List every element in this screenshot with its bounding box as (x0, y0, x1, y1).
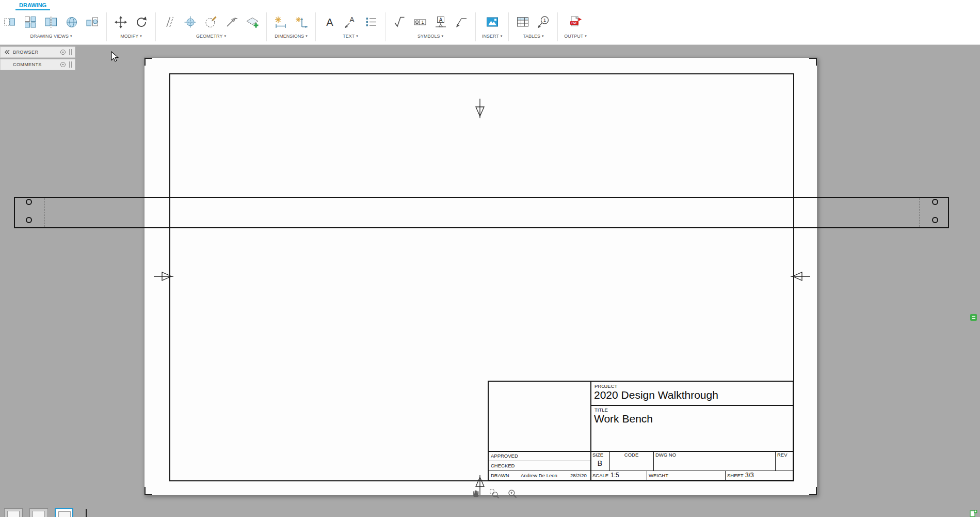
group-geometry: GEOMETRY▾ (156, 12, 267, 41)
left-center-mark-icon (154, 270, 174, 283)
move-icon[interactable] (113, 13, 128, 31)
center-mark-icon[interactable] (183, 13, 198, 31)
group-tables: 1 TABLES▾ (509, 12, 558, 41)
output-pdf-icon[interactable]: PDF (568, 13, 583, 31)
svg-text:A: A (349, 15, 355, 24)
group-text: A A TEXT▾ (316, 12, 385, 41)
edge-extension-icon[interactable] (224, 13, 239, 31)
chevron-down-icon: ▾ (224, 34, 226, 38)
browser-panel-header[interactable]: BROWSER (0, 46, 75, 58)
symbols-label: SYMBOLS (417, 34, 440, 39)
part-drawing-view[interactable] (14, 197, 949, 228)
sheet-label: SHEET (727, 473, 744, 478)
tables-dropdown[interactable]: TABLES▾ (523, 34, 543, 39)
chevron-down-icon: ▾ (140, 34, 142, 38)
sheet-corner-mark (144, 58, 152, 66)
geometry-label: GEOMETRY (196, 34, 222, 39)
base-view-icon[interactable] (2, 13, 18, 31)
ribbon-toolbar: DRAWING VIEWS▾ MODIFY▾ GEOMETRY▾ (0, 10, 980, 44)
part-hole[interactable] (26, 199, 32, 205)
title-block-line (775, 452, 776, 471)
geometry-dropdown[interactable]: GEOMETRY▾ (196, 34, 226, 39)
panel-dock-icon[interactable] (60, 49, 66, 55)
panel-grip-handle[interactable] (69, 61, 72, 68)
dwg-no-label: DWG NO (655, 452, 676, 458)
code-label: CODE (609, 452, 653, 458)
symbols-dropdown[interactable]: SYMBOLS▾ (417, 34, 443, 39)
note-list-icon[interactable] (363, 13, 379, 31)
section-view-icon[interactable] (43, 13, 59, 31)
scale-value: 1:5 (611, 472, 619, 479)
sheet-tab-3-active[interactable] (55, 508, 73, 517)
browser-panel-label: BROWSER (13, 50, 57, 55)
sheet-tab-2[interactable] (29, 508, 48, 517)
projected-view-icon[interactable] (23, 13, 38, 31)
comments-panel-header[interactable]: COMMENTS (0, 59, 75, 70)
dimension-icon[interactable] (273, 13, 288, 31)
chevron-down-icon: ▾ (306, 34, 308, 38)
centerline-icon[interactable] (162, 13, 178, 31)
checked-label: CHECKED (491, 463, 515, 468)
leader-text-icon[interactable]: A (343, 13, 358, 31)
scale-label: SCALE (592, 473, 608, 478)
text-icon[interactable]: A (322, 13, 338, 31)
title-block-line (489, 461, 590, 461)
tab-drawing[interactable]: DRAWING (15, 0, 50, 11)
title-block-line (590, 471, 793, 471)
top-center-mark-icon (474, 99, 486, 119)
svg-text:A: A (326, 17, 333, 28)
drawing-canvas[interactable]: BROWSER COMMENTS (0, 45, 980, 517)
detail-view-icon[interactable] (85, 13, 100, 31)
title-label: TITLE (595, 407, 608, 413)
svg-text:1: 1 (421, 20, 424, 25)
svg-text:PDF: PDF (572, 21, 578, 24)
insert-image-icon[interactable] (485, 13, 500, 31)
right-center-mark-icon (790, 270, 810, 283)
start-sketch-icon[interactable] (245, 13, 260, 31)
bottom-center-mark-icon (474, 474, 486, 495)
rotate-icon[interactable] (134, 13, 149, 31)
balloon-icon[interactable]: 1 (536, 13, 551, 31)
panel-dock-icon[interactable] (60, 61, 66, 68)
part-hole[interactable] (932, 199, 938, 205)
title-block-line (653, 452, 654, 471)
output-dropdown[interactable]: OUTPUT▾ (564, 34, 587, 39)
zoom-icon[interactable] (507, 488, 518, 499)
group-insert: INSERT▾ (476, 12, 509, 41)
modify-dropdown[interactable]: MODIFY▾ (120, 34, 142, 39)
panel-grip-handle[interactable] (69, 49, 72, 55)
insert-dropdown[interactable]: INSERT▾ (482, 34, 502, 39)
auxiliary-view-icon[interactable] (64, 13, 79, 31)
surface-texture-icon[interactable] (392, 13, 407, 31)
project-label: PROJECT (595, 383, 617, 389)
feature-control-frame-icon[interactable]: 1 (412, 13, 428, 31)
comments-panel-label: COMMENTS (13, 62, 57, 67)
drawn-date: 28/2/20 (570, 473, 587, 478)
zoom-window-icon[interactable] (489, 488, 500, 499)
group-symbols: 1 A SYMBOLS▾ (385, 12, 476, 41)
edge-symbol-icon[interactable] (454, 13, 469, 31)
approved-label: APPROVED (491, 453, 518, 459)
sketch-circle-icon[interactable] (203, 13, 219, 31)
sheet-tab-1[interactable] (4, 508, 23, 517)
dimensions-dropdown[interactable]: DIMENSIONS▾ (275, 34, 308, 39)
part-hole[interactable] (932, 217, 938, 223)
chevron-down-icon: ▾ (501, 34, 503, 38)
table-icon[interactable] (515, 13, 531, 31)
green-indicator-icon[interactable] (970, 509, 977, 517)
datum-identifier-icon[interactable]: A (433, 13, 448, 31)
output-label: OUTPUT (564, 34, 583, 39)
ordinate-dimension-icon[interactable] (294, 13, 309, 31)
collapse-chevrons-icon[interactable] (4, 49, 10, 55)
part-hole[interactable] (26, 217, 32, 223)
title-block: PROJECT 2020 Design Walkthrough TITLE Wo… (488, 381, 794, 481)
green-indicator-icon[interactable] (970, 314, 977, 321)
insert-label: INSERT (482, 34, 499, 39)
title-value: Work Bench (594, 413, 653, 425)
chevron-down-icon: ▾ (356, 34, 358, 38)
svg-text:A: A (439, 17, 443, 23)
dimensions-label: DIMENSIONS (275, 34, 304, 39)
text-dropdown[interactable]: TEXT▾ (343, 34, 358, 39)
drawing-views-dropdown[interactable]: DRAWING VIEWS▾ (30, 34, 72, 39)
sheet-corner-mark (144, 487, 152, 495)
